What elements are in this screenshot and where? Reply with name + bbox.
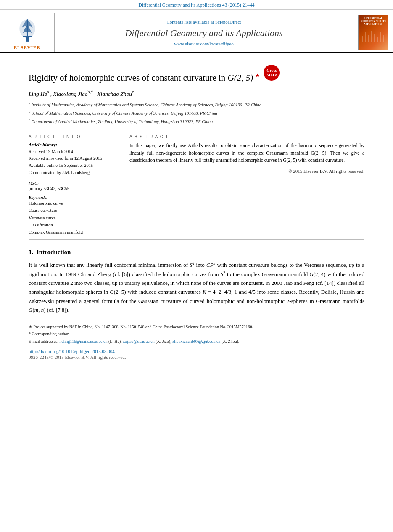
elsevier-logo: ELSEVIER xyxy=(13,15,42,50)
keyword-5: Complex Grassmann manifold xyxy=(29,229,115,236)
journal-header-center: Contents lists available at ScienceDirec… xyxy=(55,13,353,52)
paper-body: Rigidity of holomorphic curves of consta… xyxy=(0,53,393,368)
footnote-corresponding: * Corresponding author. xyxy=(29,331,364,337)
keywords-title: Keywords: xyxy=(29,195,115,200)
keyword-4: Classification xyxy=(29,221,115,229)
top-journal-text: Differential Geometry and its Applicatio… xyxy=(138,3,254,8)
journal-title-header: Differential Geometry and its Applicatio… xyxy=(125,28,282,39)
top-journal-bar: Differential Geometry and its Applicatio… xyxy=(0,0,393,10)
footnote-divider xyxy=(29,321,79,321)
crossmark-badge: CrossMark xyxy=(264,65,280,81)
journal-url[interactable]: www.elsevier.com/locate/difgeo xyxy=(174,41,234,46)
email-link-3[interactable]: zhouxianchb07@zjut.edu.cn xyxy=(172,339,220,344)
footnote-star: ★ Project supported by NSF in China, No.… xyxy=(29,324,364,330)
elsevier-logo-section: ELSEVIER xyxy=(0,13,55,52)
paper-star-footnote: ★ xyxy=(255,72,260,79)
divider-1 xyxy=(29,130,364,130)
divider-2 xyxy=(29,239,364,240)
cover-thumb-text: DIFFERENTIAL GEOMETRY AND ITS APPLICATIO… xyxy=(361,17,386,26)
email-link-2[interactable]: xxjiao@ucas.ac.cn xyxy=(123,339,154,344)
keywords-section: Keywords: Holomorphic curve Gauss curvat… xyxy=(29,195,115,236)
footnotes: ★ Project supported by NSF in China, No.… xyxy=(29,324,364,345)
affiliation-b: b School of Mathematical Sciences, Unive… xyxy=(29,108,364,117)
email-link-1[interactable]: heling11b@mails.ucas.ac.cn xyxy=(59,339,107,344)
keyword-3: Veronese curve xyxy=(29,214,115,221)
contents-available-line: Contents lists available at ScienceDirec… xyxy=(166,19,241,24)
article-history-title: Article history: xyxy=(29,142,115,147)
affiliations: a Institute of Mathematics, Academy of M… xyxy=(29,100,364,126)
elsevier-tree-icon xyxy=(13,15,42,44)
issn-line: 0926-2245/© 2015 Elsevier B.V. All right… xyxy=(29,355,364,360)
msc-label: MSC: xyxy=(29,181,39,186)
msc-value: primary 53C42, 53C55 xyxy=(29,186,69,191)
doi-link[interactable]: http://dx.doi.org/10.1016/j.difgeo.2015.… xyxy=(29,349,364,354)
abstract-section: A B S T R A C T In this paper, we firstl… xyxy=(129,134,364,236)
journal-cover-thumbnail: DIFFERENTIAL GEOMETRY AND ITS APPLICATIO… xyxy=(358,15,388,50)
doi-anchor[interactable]: http://dx.doi.org/10.1016/j.difgeo.2015.… xyxy=(29,349,115,354)
journal-cover-section: DIFFERENTIAL GEOMETRY AND ITS APPLICATIO… xyxy=(353,13,393,52)
affiliation-c: c Department of Applied Mathematics, Zhe… xyxy=(29,117,364,125)
msc-section: MSC: primary 53C42, 53C55 xyxy=(29,181,115,191)
abstract-copyright: © 2015 Elsevier B.V. All rights reserved… xyxy=(129,169,364,174)
received-date: Received 19 March 2014 xyxy=(29,148,115,155)
communicated-by: Communicated by J.M. Landsberg xyxy=(29,169,115,176)
paper-title-line: Rigidity of holomorphic curves of consta… xyxy=(29,65,364,87)
section-1-paragraph: It is well known that any linearly full … xyxy=(29,260,364,314)
cover-decoration xyxy=(361,27,386,44)
abstract-title: A B S T R A C T xyxy=(129,134,364,139)
authors-line: Ling Hea , Xiaoxiang Jiaob,* , Xianchao … xyxy=(29,90,364,97)
affiliation-a: a Institute of Mathematics, Academy of M… xyxy=(29,100,364,108)
article-info-section: A R T I C L E I N F O Article history: R… xyxy=(29,134,121,236)
revised-date: Received in revised form 12 August 2015 xyxy=(29,155,115,162)
available-online: Available online 15 September 2015 xyxy=(29,162,115,169)
paper-title-math: G(2, 5) xyxy=(228,73,253,83)
crossmark-icon: CrossMark xyxy=(264,65,280,81)
science-direct-link[interactable]: ScienceDirect xyxy=(215,19,241,24)
paper-title: Rigidity of holomorphic curves of consta… xyxy=(29,72,260,84)
elsevier-brand-text: ELSEVIER xyxy=(14,45,41,50)
section-1-header: 1. Introduction xyxy=(29,249,364,256)
keyword-1: Holomorphic curve xyxy=(29,200,115,207)
article-info-title: A R T I C L E I N F O xyxy=(29,134,115,139)
keyword-2: Gauss curvature xyxy=(29,207,115,214)
abstract-text: In this paper, we firstly use Aithal's r… xyxy=(129,142,364,164)
article-info-abstract-row: A R T I C L E I N F O Article history: R… xyxy=(29,134,364,236)
journal-header: ELSEVIER Contents lists available at Sci… xyxy=(0,10,393,53)
footnote-emails: E-mail addresses: heling11b@mails.ucas.a… xyxy=(29,338,364,345)
